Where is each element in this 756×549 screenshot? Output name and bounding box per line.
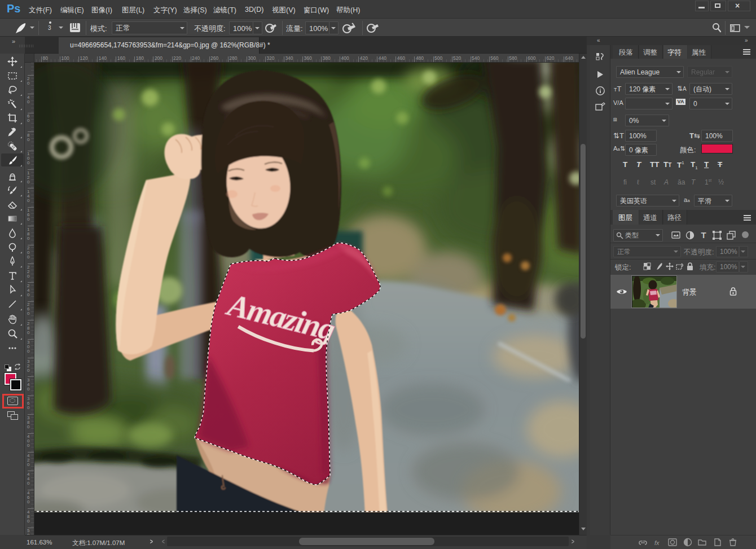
svg-text:T: T — [701, 231, 706, 240]
svg-text:fx: fx — [654, 539, 660, 546]
